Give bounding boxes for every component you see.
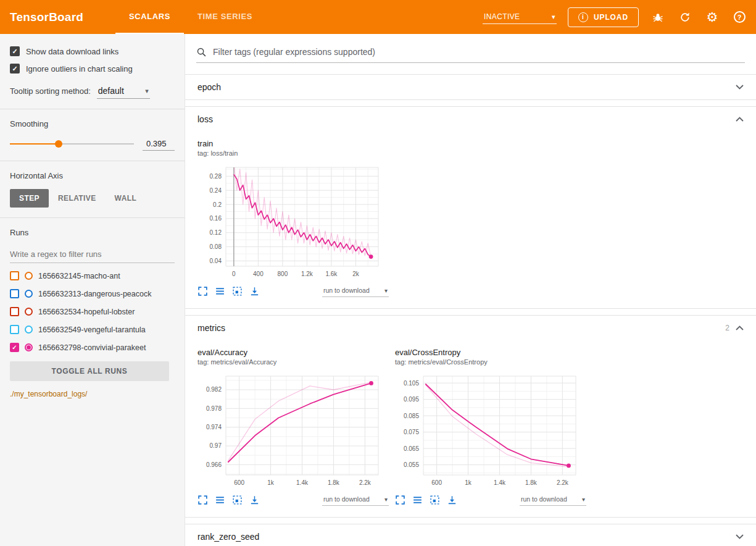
svg-text:2k: 2k	[352, 271, 360, 277]
upload-button[interactable]: i UPLOAD	[568, 7, 639, 27]
refresh-icon[interactable]	[677, 9, 693, 25]
checkbox-label: Ignore outliers in chart scaling	[26, 64, 133, 74]
divider	[0, 109, 185, 109]
svg-text:400: 400	[253, 271, 264, 277]
run-color-swatch[interactable]	[25, 308, 33, 316]
axis-wall-button[interactable]: WALL	[106, 189, 146, 208]
loss-train-line-chart[interactable]: 04008001.2k1.6k2k0.040.080.120.160.20.24…	[197, 163, 384, 280]
svg-text:0.065: 0.065	[404, 445, 419, 452]
filter-tags-input[interactable]	[212, 46, 745, 57]
svg-text:0.978: 0.978	[206, 405, 222, 412]
menu-icon[interactable]	[412, 495, 423, 505]
svg-text:0.085: 0.085	[404, 413, 419, 419]
svg-text:1k: 1k	[267, 479, 275, 486]
tensorboard-app: TensorBoard SCALARS TIME SERIES INACTIVE…	[0, 0, 756, 546]
svg-text:1.8k: 1.8k	[525, 479, 538, 486]
status-dropdown[interactable]: INACTIVE ▾	[483, 10, 557, 24]
smoothing-slider-knob[interactable]	[55, 140, 62, 148]
help-icon[interactable]: ?	[731, 9, 747, 25]
run-color-swatch[interactable]	[25, 326, 33, 334]
chart-toolbar: run to download ▾	[197, 494, 389, 506]
chevron-down-icon	[736, 534, 744, 539]
run-row[interactable]: 1656632313-dangerous-peacock	[10, 285, 175, 303]
tab-bar: SCALARS TIME SERIES	[115, 0, 266, 34]
section-rank-zero-seed-header[interactable]: rank_zero_seed	[185, 524, 756, 546]
divider	[0, 217, 185, 218]
upload-button-label: UPLOAD	[594, 13, 628, 22]
checkbox-icon[interactable]	[10, 46, 20, 56]
chevron-down-icon: ▾	[384, 287, 388, 294]
smoothing-label: Smoothing	[10, 119, 175, 128]
runs-filter-input[interactable]	[10, 246, 175, 263]
ignore-outliers-checkbox[interactable]: Ignore outliers in chart scaling	[10, 64, 175, 74]
fullscreen-icon[interactable]	[197, 495, 208, 505]
svg-text:0.075: 0.075	[404, 429, 419, 435]
axis-relative-button[interactable]: RELATIVE	[49, 189, 106, 208]
run-row[interactable]: 1656632798-convivial-parakeet	[10, 338, 175, 356]
svg-text:0.24: 0.24	[210, 187, 222, 194]
menu-icon[interactable]	[215, 495, 225, 505]
svg-text:800: 800	[278, 271, 288, 277]
run-row[interactable]: 1656632534-hopeful-lobster	[10, 303, 175, 321]
run-color-swatch[interactable]	[25, 272, 33, 280]
tooltip-sorting-label: Tooltip sorting method:	[10, 86, 91, 96]
tab-scalars[interactable]: SCALARS	[115, 0, 184, 34]
section-epoch-header[interactable]: epoch	[185, 75, 756, 99]
bug-report-icon[interactable]	[650, 9, 666, 25]
section-label: loss	[197, 114, 213, 124]
download-icon[interactable]	[249, 286, 260, 296]
show-download-links-checkbox[interactable]: Show data download links	[10, 46, 175, 56]
chevron-down-icon: ▾	[384, 496, 388, 503]
run-checkbox[interactable]	[10, 325, 19, 334]
fit-domain-icon[interactable]	[232, 286, 243, 296]
run-to-download-select[interactable]: run to download ▾	[322, 494, 389, 506]
tab-time-series[interactable]: TIME SERIES	[184, 0, 266, 34]
run-row[interactable]: 1656632549-vengeful-tarantula	[10, 321, 175, 338]
svg-text:1.8k: 1.8k	[328, 479, 340, 486]
fullscreen-icon[interactable]	[197, 286, 208, 296]
checkbox-icon[interactable]	[10, 64, 20, 74]
run-to-download-select[interactable]: run to download ▾	[322, 285, 389, 297]
run-checkbox[interactable]	[10, 343, 19, 352]
menu-icon[interactable]	[215, 286, 225, 296]
section-loss-header[interactable]: loss	[185, 107, 756, 132]
smoothing-slider[interactable]	[10, 140, 134, 148]
run-checkbox[interactable]	[10, 307, 19, 316]
chart-tag: tag: loss/train	[197, 149, 389, 157]
section-loss: loss train tag: loss/train 04008001.2k1.…	[185, 106, 756, 309]
run-checkbox[interactable]	[10, 271, 19, 280]
run-name: 1656632549-vengeful-tarantula	[38, 326, 146, 334]
download-icon[interactable]	[447, 495, 457, 505]
svg-text:1k: 1k	[465, 479, 472, 486]
run-color-swatch[interactable]	[25, 290, 33, 298]
section-label: rank_zero_seed	[197, 532, 259, 542]
chart-toolbar: run to download ▾	[395, 494, 586, 506]
tooltip-sorting-value: default	[98, 86, 124, 96]
svg-text:0.04: 0.04	[210, 258, 222, 264]
svg-text:0.2: 0.2	[213, 201, 222, 208]
chart-card-loss-train: train tag: loss/train 04008001.2k1.6k2k0…	[197, 139, 389, 297]
eval-accuracy-line-chart[interactable]: 6001k1.4k1.8k2.2k0.9660.970.9740.9780.98…	[197, 372, 384, 489]
run-checkbox[interactable]	[10, 289, 19, 298]
svg-text:0.08: 0.08	[210, 243, 222, 250]
logdir-path: ./my_tensorboard_logs/	[10, 390, 175, 398]
run-color-swatch[interactable]	[25, 343, 33, 351]
axis-step-button[interactable]: STEP	[10, 189, 49, 208]
run-row[interactable]: 1656632145-macho-ant	[10, 267, 175, 285]
section-label: epoch	[197, 82, 221, 92]
horizontal-axis-label: Horizontal Axis	[10, 171, 175, 180]
fit-domain-icon[interactable]	[430, 495, 440, 505]
toggle-all-runs-button[interactable]: TOGGLE ALL RUNS	[10, 361, 169, 381]
smoothing-value-input[interactable]: 0.395	[143, 137, 175, 151]
tooltip-sorting-select[interactable]: default ▾	[97, 85, 150, 99]
chart-tag: tag: metrics/eval/Accuracy	[197, 358, 389, 366]
eval-crossentropy-line-chart[interactable]: 6001k1.4k1.8k2.2k0.0550.0650.0750.0850.0…	[395, 372, 581, 489]
fit-domain-icon[interactable]	[232, 495, 243, 505]
run-to-download-select[interactable]: run to download ▾	[520, 494, 586, 506]
download-icon[interactable]	[249, 495, 260, 505]
section-metrics-header[interactable]: metrics 2	[185, 316, 756, 340]
fullscreen-icon[interactable]	[395, 495, 405, 505]
chevron-up-icon	[736, 117, 744, 122]
settings-icon[interactable]: ⚙	[704, 9, 720, 25]
svg-text:600: 600	[234, 479, 244, 486]
